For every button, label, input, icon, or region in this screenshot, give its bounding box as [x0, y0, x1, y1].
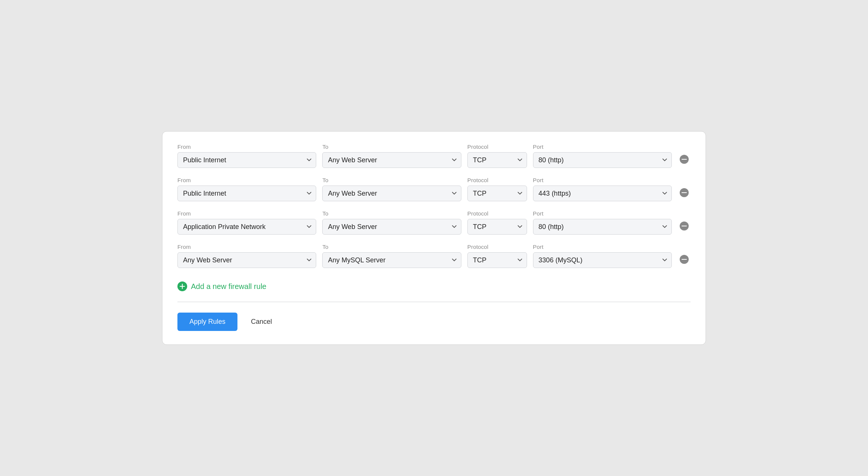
to-field-group-4: To Any Web ServerAny MySQL ServerPublic … — [322, 244, 461, 268]
port-field-group-3: Port 80 (http)443 (https)3306 (MySQL)22 … — [533, 210, 672, 235]
table-row: From Public InternetApplication Private … — [177, 210, 691, 235]
protocol-field-group-3: Protocol TCPUDPICMP — [467, 210, 527, 235]
port-label-1: Port — [533, 144, 672, 150]
from-label-1: From — [177, 144, 316, 150]
table-row: From Public InternetApplication Private … — [177, 177, 691, 201]
port-field-group-1: Port 80 (http)443 (https)3306 (MySQL)22 … — [533, 144, 672, 168]
from-select-4[interactable]: Public InternetApplication Private Netwo… — [177, 252, 316, 268]
from-field-group-4: From Public InternetApplication Private … — [177, 244, 316, 268]
protocol-field-group-4: Protocol TCPUDPICMP — [467, 244, 527, 268]
protocol-select-4[interactable]: TCPUDPICMP — [467, 252, 527, 268]
add-rule-button[interactable]: Add a new firewall rule — [177, 281, 266, 291]
to-label-1: To — [322, 144, 461, 150]
protocol-select-1[interactable]: TCPUDPICMP — [467, 152, 527, 168]
to-label-2: To — [322, 177, 461, 183]
from-field-group-1: From Public InternetApplication Private … — [177, 144, 316, 168]
minus-circle-icon — [679, 188, 689, 198]
to-select-4[interactable]: Any Web ServerAny MySQL ServerPublic Int… — [322, 252, 461, 268]
to-field-group-3: To Any Web ServerAny MySQL ServerPublic … — [322, 210, 461, 235]
port-select-1[interactable]: 80 (http)443 (https)3306 (MySQL)22 (ssh) — [533, 152, 672, 168]
port-select-4[interactable]: 80 (http)443 (https)3306 (MySQL)22 (ssh) — [533, 252, 672, 268]
to-field-group-2: To Any Web ServerAny MySQL ServerPublic … — [322, 177, 461, 201]
cancel-button[interactable]: Cancel — [245, 313, 278, 331]
protocol-field-group-2: Protocol TCPUDPICMP — [467, 177, 527, 201]
firewall-rules-panel: From Public InternetApplication Private … — [162, 131, 706, 345]
add-rule-row: Add a new firewall rule — [177, 281, 691, 291]
from-label-3: From — [177, 210, 316, 217]
to-label-4: To — [322, 244, 461, 250]
action-row: Apply Rules Cancel — [177, 313, 691, 331]
port-label-4: Port — [533, 244, 672, 250]
port-label-2: Port — [533, 177, 672, 183]
plus-circle-icon — [177, 281, 187, 291]
remove-rule-button-2[interactable] — [678, 186, 691, 199]
port-label-3: Port — [533, 210, 672, 217]
apply-rules-button[interactable]: Apply Rules — [177, 313, 237, 331]
from-select-1[interactable]: Public InternetApplication Private Netwo… — [177, 152, 316, 168]
rules-list: From Public InternetApplication Private … — [177, 144, 691, 277]
to-select-1[interactable]: Any Web ServerAny MySQL ServerPublic Int… — [322, 152, 461, 168]
from-field-group-3: From Public InternetApplication Private … — [177, 210, 316, 235]
divider — [177, 302, 691, 302]
remove-rule-button-4[interactable] — [678, 253, 691, 266]
to-field-group-1: To Any Web ServerAny MySQL ServerPublic … — [322, 144, 461, 168]
add-rule-label: Add a new firewall rule — [191, 282, 266, 291]
table-row: From Public InternetApplication Private … — [177, 244, 691, 268]
protocol-label-4: Protocol — [467, 244, 527, 250]
protocol-label-1: Protocol — [467, 144, 527, 150]
to-select-3[interactable]: Any Web ServerAny MySQL ServerPublic Int… — [322, 219, 461, 235]
to-label-3: To — [322, 210, 461, 217]
protocol-field-group-1: Protocol TCPUDPICMP — [467, 144, 527, 168]
from-select-2[interactable]: Public InternetApplication Private Netwo… — [177, 186, 316, 201]
remove-rule-button-1[interactable] — [678, 153, 691, 166]
to-select-2[interactable]: Any Web ServerAny MySQL ServerPublic Int… — [322, 186, 461, 201]
from-select-3[interactable]: Public InternetApplication Private Netwo… — [177, 219, 316, 235]
protocol-label-2: Protocol — [467, 177, 527, 183]
minus-circle-icon — [679, 254, 689, 264]
port-select-3[interactable]: 80 (http)443 (https)3306 (MySQL)22 (ssh) — [533, 219, 672, 235]
protocol-label-3: Protocol — [467, 210, 527, 217]
minus-circle-icon — [679, 221, 689, 231]
port-field-group-2: Port 80 (http)443 (https)3306 (MySQL)22 … — [533, 177, 672, 201]
remove-rule-button-3[interactable] — [678, 220, 691, 232]
table-row: From Public InternetApplication Private … — [177, 144, 691, 168]
from-label-4: From — [177, 244, 316, 250]
from-field-group-2: From Public InternetApplication Private … — [177, 177, 316, 201]
protocol-select-2[interactable]: TCPUDPICMP — [467, 186, 527, 201]
minus-circle-icon — [679, 154, 689, 164]
port-select-2[interactable]: 80 (http)443 (https)3306 (MySQL)22 (ssh) — [533, 186, 672, 201]
port-field-group-4: Port 80 (http)443 (https)3306 (MySQL)22 … — [533, 244, 672, 268]
from-label-2: From — [177, 177, 316, 183]
protocol-select-3[interactable]: TCPUDPICMP — [467, 219, 527, 235]
